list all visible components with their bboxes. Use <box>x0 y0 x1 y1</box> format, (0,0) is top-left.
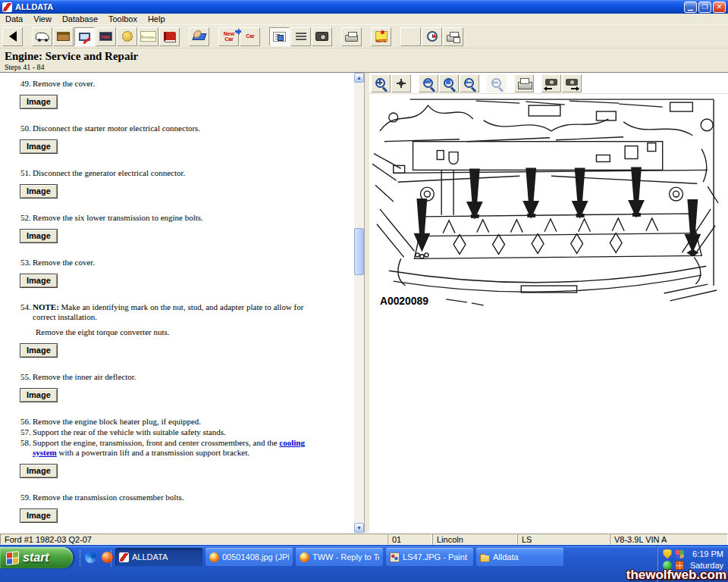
vertical-scrollbar[interactable]: ▲ ▼ <box>354 73 364 533</box>
help-button[interactable] <box>400 27 421 46</box>
text-view-button[interactable] <box>290 27 311 46</box>
task-button-folder[interactable]: Alldata <box>476 548 563 566</box>
parts-button[interactable] <box>117 27 137 46</box>
menu-database[interactable]: Database <box>57 14 103 23</box>
tsb-button[interactable]: 750! <box>96 27 116 46</box>
zoom-width-button[interactable] <box>460 74 479 92</box>
step-item: 55.Remove the inner air deflector. <box>0 372 353 382</box>
task-label: TWW - Reply to Topic... <box>312 553 379 562</box>
note-button[interactable]: NOTE <box>371 27 391 46</box>
zoom-out-icon <box>490 77 504 90</box>
step-number: 52. <box>20 213 33 223</box>
zoom-100-button[interactable] <box>419 74 438 92</box>
scroll-up-button[interactable]: ▲ <box>354 73 364 83</box>
toolbar-gap <box>392 36 400 37</box>
engine-diagram: A0020089 <box>371 95 724 311</box>
image-button[interactable]: Image <box>20 464 58 478</box>
close-button[interactable]: ✕ <box>713 2 726 13</box>
internet-explorer-icon[interactable] <box>85 552 96 563</box>
step-number: 56. <box>20 417 33 427</box>
car-select-button[interactable]: Car <box>240 27 260 46</box>
step-number: 51. <box>20 168 33 178</box>
main-toolbar: 750!BrowseNew CarCarNOTE <box>0 25 728 48</box>
next-image-button[interactable] <box>562 74 582 92</box>
status-engine: V8-3.9L VIN A <box>610 534 728 545</box>
print-setup-button[interactable] <box>443 27 463 46</box>
images-icon <box>315 32 328 41</box>
menu-help[interactable]: Help <box>143 14 171 23</box>
taskbar-separator <box>80 550 81 567</box>
image-button[interactable]: Image <box>20 343 58 358</box>
history-icon <box>427 31 438 42</box>
step-text: Disconnect the starter motor electrical … <box>33 124 322 133</box>
tools-button[interactable] <box>189 27 209 46</box>
cooling-system-link[interactable]: cooling system <box>33 438 305 457</box>
task-button-firefox[interactable]: TWW - Reply to Topic... <box>296 548 383 566</box>
zoom-in-button[interactable] <box>371 74 391 92</box>
step-item: 59.Remove the transmission crossmember b… <box>0 493 353 502</box>
pan-button[interactable] <box>391 74 411 92</box>
task-label: 00501408.jpg (JPEG ... <box>222 553 289 562</box>
procedure-pane: 49.Remove the cover.Image50.Disconnect t… <box>0 73 365 533</box>
image-button[interactable]: Image <box>20 229 58 243</box>
back-button[interactable] <box>2 27 23 46</box>
task-label: Alldata <box>493 553 560 562</box>
image-button[interactable]: Image <box>20 139 58 154</box>
list-view-icon <box>273 32 286 42</box>
next-image-icon <box>565 78 579 89</box>
step-text: Remove the transmission crossmember bolt… <box>33 493 322 502</box>
task-label: LS47.JPG - Paint <box>403 553 469 562</box>
menu-view[interactable]: View <box>28 14 57 23</box>
prev-image-icon <box>544 78 558 89</box>
menu-data[interactable]: Data <box>0 14 28 23</box>
book-button[interactable] <box>159 27 180 46</box>
images-button[interactable] <box>312 27 332 46</box>
scroll-thumb[interactable] <box>354 228 364 275</box>
image-toolbar <box>369 73 728 94</box>
history-button[interactable] <box>422 27 442 46</box>
scroll-down-button[interactable]: ▼ <box>354 523 364 533</box>
print-button[interactable] <box>341 27 362 46</box>
toolbar-gap <box>362 36 371 37</box>
zoom-fit-button[interactable] <box>439 74 459 92</box>
tray-flower-icon[interactable] <box>675 549 684 559</box>
firefox-icon <box>209 552 219 562</box>
minimize-button[interactable]: ▁ <box>684 2 697 13</box>
firefox-icon <box>300 552 309 562</box>
step-item: 52.Remove the six lower transmission to … <box>0 213 353 223</box>
car-select-icon <box>242 36 243 37</box>
prev-image-button[interactable] <box>541 74 561 92</box>
window-title: ALLDATA <box>15 2 684 11</box>
clock[interactable]: 6:19 PM <box>692 550 725 559</box>
image-button[interactable]: Image <box>20 274 58 288</box>
repair-icon <box>79 33 90 41</box>
task-button-firefox[interactable]: 00501408.jpg (JPEG ... <box>206 548 293 566</box>
zoom-100-icon <box>422 77 435 90</box>
browse-label: Browse <box>141 36 155 40</box>
start-button[interactable]: start <box>0 547 73 568</box>
shop-button[interactable] <box>53 27 74 46</box>
menu-toolbox[interactable]: Toolbox <box>103 14 143 23</box>
image-button[interactable]: Image <box>20 184 58 199</box>
step-text-continued: Remove the eight torque converter nuts. <box>36 327 353 337</box>
task-button-alldata[interactable]: ALLDATA <box>115 548 202 566</box>
task-button-paint[interactable]: LS47.JPG - Paint <box>386 548 473 566</box>
step-text: Support the engine, transmission, front … <box>33 438 322 458</box>
restore-button[interactable]: ❐ <box>698 2 711 13</box>
image-button[interactable]: Image <box>20 508 58 523</box>
print-image-button[interactable] <box>514 74 534 92</box>
step-item: 54.NOTE: Make an identifying mark on the… <box>0 302 353 322</box>
step-item: 58.Support the engine, transmission, fro… <box>0 438 353 458</box>
step-text: Remove the cover. <box>33 79 322 89</box>
taskbar: start ALLDATA00501408.jpg (JPEG ...TWW -… <box>0 545 728 582</box>
vehicle-button[interactable] <box>32 27 52 46</box>
toolbar-gap <box>24 36 32 37</box>
security-shield-icon[interactable] <box>663 549 672 559</box>
parts-icon <box>122 31 133 42</box>
browse-button[interactable]: Browse <box>138 27 158 46</box>
list-view-button[interactable] <box>269 27 290 46</box>
image-button[interactable]: Image <box>20 95 58 109</box>
image-button[interactable]: Image <box>20 388 58 402</box>
repair-button[interactable] <box>74 27 95 46</box>
step-number: 57. <box>20 427 33 437</box>
